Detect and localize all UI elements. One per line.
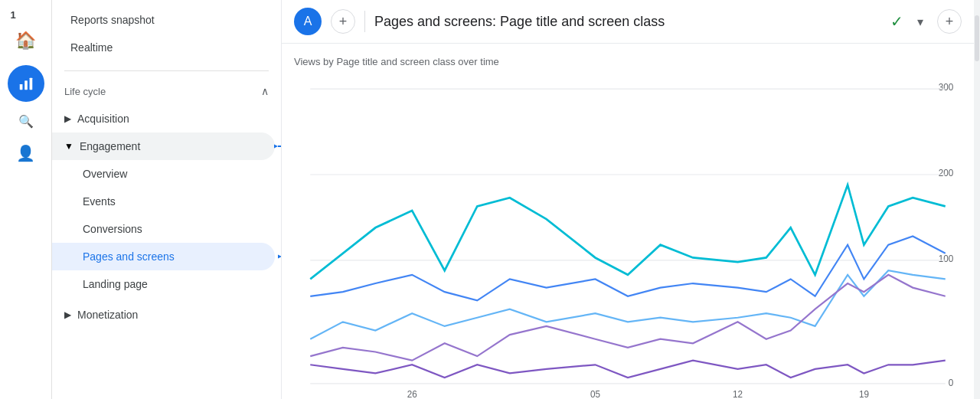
annotation-1: 1	[11, 9, 16, 21]
chart-line-cyan	[310, 185, 945, 279]
monetization-expand-icon: ▶	[64, 309, 71, 320]
reports-icon[interactable]	[8, 65, 44, 102]
x-label-12: 12	[733, 388, 743, 399]
chart-container: 300 200 100 0 26 Feb 05 Mar 12 19	[294, 74, 962, 399]
x-label-26: 26	[407, 388, 417, 399]
scrollbar-track[interactable]	[974, 0, 980, 399]
conversions-nav[interactable]: Conversions	[52, 215, 275, 243]
x-label-05: 05	[590, 388, 600, 399]
engagement-expand-icon: ▼	[64, 141, 74, 152]
main-content: A + Pages and screens: Page title and sc…	[282, 0, 974, 399]
chart-svg: 300 200 100 0 26 Feb 05 Mar 12 19	[294, 74, 962, 399]
pages-screens-nav[interactable]: Pages and screens 3	[52, 243, 275, 270]
overview-nav[interactable]: Overview	[52, 160, 275, 188]
scrollbar-thumb	[975, 15, 979, 61]
chart-line-light-blue	[310, 270, 945, 338]
header-actions: ✓ ▾ +	[890, 9, 962, 34]
search-icon[interactable]: 🔍	[18, 114, 34, 129]
engagement-label: Engagement	[80, 140, 140, 152]
avatar-button[interactable]: A	[294, 8, 322, 35]
chart-line-dark-purple	[310, 361, 945, 378]
add-report-button[interactable]: +	[937, 9, 962, 34]
conversions-label: Conversions	[83, 223, 142, 235]
report-dropdown-button[interactable]: ▾	[908, 9, 933, 34]
chart-area: Views by Page title and screen class ove…	[282, 44, 974, 399]
icon-rail: 1 🏠 🔍 👤	[0, 0, 52, 399]
chart-line-medium-purple	[310, 275, 945, 361]
svg-rect-0	[19, 84, 22, 90]
y-axis-0: 0	[949, 378, 954, 388]
nav-sidebar: Reports snapshot Realtime Life cycle ∧ ▶…	[52, 0, 282, 399]
acquisition-nav[interactable]: ▶ Acquisition	[52, 105, 275, 132]
collapse-icon: ∧	[261, 85, 269, 97]
reports-snapshot-nav[interactable]: Reports snapshot	[58, 6, 269, 34]
acquisition-expand-icon: ▶	[64, 113, 71, 124]
events-label: Events	[83, 195, 116, 208]
svg-rect-2	[29, 78, 32, 90]
engagement-nav[interactable]: ▼ Engagement 2	[52, 132, 275, 160]
x-label-19: 19	[859, 388, 869, 399]
chart-title: Views by Page title and screen class ove…	[294, 56, 962, 67]
chart-line-medium-blue	[310, 237, 945, 301]
y-axis-100: 100	[939, 253, 954, 264]
audience-icon[interactable]: 👤	[8, 135, 44, 172]
overview-label: Overview	[83, 168, 127, 180]
add-comparison-button[interactable]: +	[331, 9, 355, 34]
monetization-nav[interactable]: ▶ Monetization	[52, 301, 275, 329]
lifecycle-section-header[interactable]: Life cycle ∧	[52, 77, 281, 105]
lifecycle-label: Life cycle	[64, 86, 106, 97]
events-nav[interactable]: Events	[52, 188, 275, 215]
main-header: A + Pages and screens: Page title and sc…	[282, 0, 974, 44]
y-axis-300: 300	[939, 82, 954, 93]
realtime-nav[interactable]: Realtime	[58, 34, 269, 61]
annotation-2-group: 2	[274, 140, 282, 152]
svg-rect-1	[24, 80, 28, 90]
monetization-label: Monetization	[77, 309, 138, 321]
y-axis-200: 200	[939, 168, 954, 178]
check-icon: ✓	[890, 12, 903, 31]
nav-divider	[64, 70, 269, 71]
home-icon[interactable]: 🏠	[8, 22, 44, 59]
landing-page-nav[interactable]: Landing page	[52, 270, 275, 298]
header-divider	[364, 11, 365, 32]
landing-page-label: Landing page	[83, 278, 148, 290]
pages-screens-label: Pages and screens	[83, 250, 175, 263]
acquisition-label: Acquisition	[77, 113, 129, 125]
page-title: Pages and screens: Page title and screen…	[374, 14, 881, 30]
